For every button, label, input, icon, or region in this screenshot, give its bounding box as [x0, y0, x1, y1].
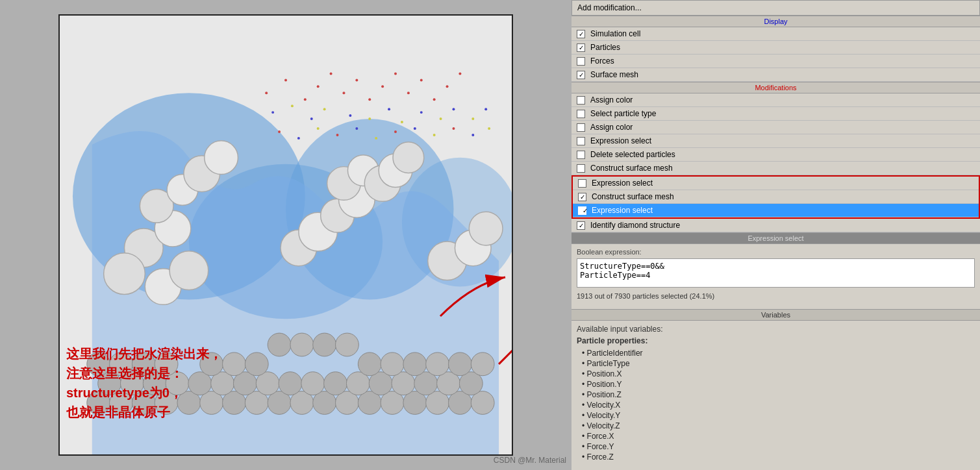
- svg-point-55: [449, 352, 472, 376]
- svg-point-96: [323, 108, 326, 110]
- surface-mesh-label: Surface mesh: [590, 70, 638, 79]
- delete-selected-label: Delete selected particles: [590, 150, 675, 159]
- variables-intro: Available input variables:: [577, 325, 975, 334]
- expression-select-2-checkbox[interactable]: [578, 179, 586, 188]
- svg-point-104: [471, 117, 474, 120]
- annotation-overlay: 这里我们先把水渲染出来， 注意这里选择的是： structuretype为0， …: [66, 344, 222, 422]
- simulation-cell-checkbox[interactable]: [577, 30, 585, 38]
- svg-point-85: [368, 98, 371, 101]
- assign-color-2-label: Assign color: [590, 123, 633, 132]
- svg-point-52: [381, 352, 404, 376]
- svg-point-82: [330, 72, 333, 75]
- svg-point-48: [290, 333, 314, 356]
- prop-velocity-z: Velocity.Z: [582, 421, 975, 431]
- svg-point-47: [268, 333, 291, 356]
- assign-color-1-label: Assign color: [590, 95, 633, 105]
- assign-color-2-item[interactable]: Assign color: [572, 121, 980, 134]
- svg-point-45: [223, 352, 246, 376]
- svg-point-116: [471, 134, 474, 136]
- construct-surface-2-checkbox[interactable]: [578, 193, 586, 201]
- svg-point-100: [401, 121, 403, 123]
- svg-point-90: [433, 98, 436, 101]
- variables-section-header: Variables: [572, 309, 980, 321]
- prop-position-y: Position.Y: [582, 379, 975, 390]
- surface-mesh-item[interactable]: Surface mesh: [572, 68, 980, 82]
- forces-checkbox[interactable]: [577, 57, 585, 66]
- svg-point-107: [297, 137, 300, 140]
- prop-force-x: Force.X: [582, 431, 975, 441]
- expression-select-1-checkbox[interactable]: [577, 137, 585, 145]
- svg-point-97: [349, 114, 351, 117]
- construct-surface-1-checkbox[interactable]: [577, 164, 585, 173]
- svg-point-31: [279, 372, 302, 395]
- assign-color-1-checkbox[interactable]: [577, 96, 585, 105]
- identify-diamond-item[interactable]: Identify diamond structure: [572, 219, 980, 232]
- simulation-cell-item[interactable]: Simulation cell: [572, 27, 980, 41]
- forces-item[interactable]: Forces: [572, 55, 980, 68]
- svg-point-115: [452, 127, 455, 130]
- forces-label: Forces: [590, 56, 614, 66]
- delete-selected-checkbox[interactable]: [577, 151, 585, 159]
- svg-point-87: [394, 72, 397, 75]
- expression-select-1-item[interactable]: Expression select: [572, 134, 980, 148]
- svg-point-88: [407, 92, 410, 94]
- left-panel: 这里我们先把水渲染出来， 注意这里选择的是： structuretype为0， …: [0, 0, 572, 470]
- assign-color-2-checkbox[interactable]: [577, 123, 585, 132]
- svg-point-54: [426, 352, 449, 376]
- svg-point-103: [452, 108, 455, 110]
- expression-select-2-label: Expression select: [592, 179, 653, 188]
- add-modification-button[interactable]: Add modification...: [572, 0, 980, 16]
- identify-diamond-label: Identify diamond structure: [590, 221, 680, 230]
- particle-properties-label: Particle properties:: [577, 336, 975, 345]
- construct-surface-2-label: Construct surface mesh: [592, 192, 674, 201]
- red-border-group: Expression select Construct surface mesh…: [572, 175, 980, 219]
- annotation-line2: 注意这里选择的是：: [66, 366, 183, 380]
- svg-point-74: [393, 142, 424, 173]
- expression-select-2-item[interactable]: Expression select: [573, 177, 979, 190]
- modification-items-list: Assign color Select particle type Assign…: [572, 93, 980, 175]
- identify-diamond-checkbox[interactable]: [577, 221, 585, 230]
- svg-point-32: [301, 372, 325, 395]
- delete-selected-item[interactable]: Delete selected particles: [572, 148, 980, 162]
- svg-point-84: [355, 79, 358, 81]
- svg-point-92: [459, 72, 461, 75]
- construct-surface-1-item[interactable]: Construct surface mesh: [572, 162, 980, 175]
- svg-point-83: [342, 92, 345, 94]
- svg-point-51: [358, 352, 381, 376]
- svg-point-106: [278, 130, 281, 133]
- select-particle-type-item[interactable]: Select particle type: [572, 107, 980, 121]
- svg-point-94: [291, 105, 294, 107]
- annotation-line4: 也就是非晶体原子: [66, 405, 170, 419]
- svg-point-113: [414, 127, 416, 130]
- svg-point-49: [313, 333, 336, 356]
- svg-point-86: [381, 85, 384, 88]
- annotation-text: 这里我们先把水渲染出来， 注意这里选择的是： structuretype为0， …: [66, 344, 222, 422]
- svg-point-108: [317, 127, 320, 130]
- surface-mesh-checkbox[interactable]: [577, 71, 585, 79]
- svg-point-109: [336, 134, 339, 136]
- construct-surface-2-item[interactable]: Construct surface mesh: [573, 190, 979, 204]
- svg-point-98: [368, 117, 371, 120]
- visualization-canvas: 这里我们先把水渲染出来， 注意这里选择的是： structuretype为0， …: [58, 14, 513, 456]
- svg-point-78: [265, 92, 268, 94]
- prop-position-x: Position.X: [582, 369, 975, 379]
- expression-select-3-item[interactable]: ✓ Expression select: [573, 204, 979, 217]
- expression-input[interactable]: StructureType==0&& ParticleType==4: [577, 258, 975, 288]
- svg-point-112: [394, 130, 397, 133]
- particles-checkbox[interactable]: [577, 43, 585, 52]
- prop-force-y: Force.Y: [582, 441, 975, 452]
- expression-select-3-label: Expression select: [592, 206, 653, 215]
- svg-point-105: [484, 108, 487, 110]
- prop-particle-type: ParticleType: [582, 358, 975, 369]
- svg-point-99: [388, 108, 390, 110]
- construct-surface-1-label: Construct surface mesh: [590, 164, 673, 173]
- svg-point-95: [310, 117, 313, 120]
- particles-item[interactable]: Particles: [572, 41, 980, 55]
- svg-point-50: [336, 333, 359, 356]
- network-section-header: Expression select: [572, 232, 980, 244]
- assign-color-1-item[interactable]: Assign color: [572, 93, 980, 107]
- prop-velocity-x: Velocity.X: [582, 400, 975, 410]
- expression-select-3-checkbox[interactable]: ✓: [578, 206, 586, 215]
- select-particle-type-checkbox[interactable]: [577, 110, 585, 118]
- simulation-cell-label: Simulation cell: [590, 29, 640, 38]
